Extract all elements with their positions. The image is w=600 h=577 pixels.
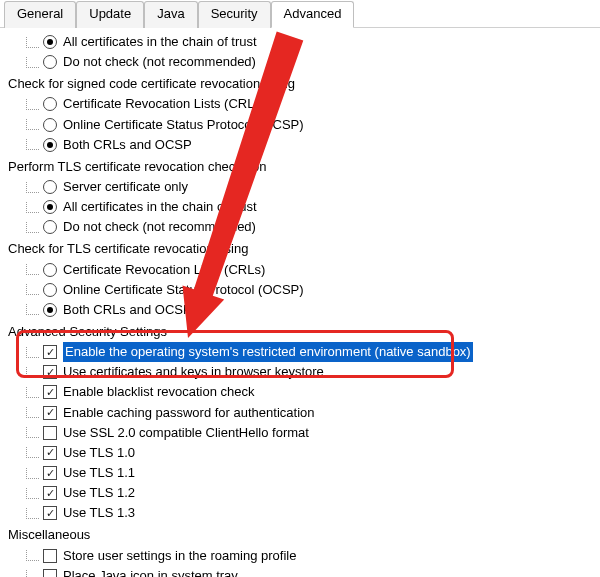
tab-general[interactable]: General (4, 1, 76, 28)
radio-option[interactable]: Certificate Revocation Lists (CRLs) (26, 260, 592, 280)
option-label: Enable caching password for authenticati… (63, 403, 315, 423)
radio-icon[interactable] (43, 283, 57, 297)
option-label: Enable the operating system's restricted… (63, 342, 473, 362)
checkbox-option[interactable]: Use TLS 1.2 (26, 483, 592, 503)
option-label: Place Java icon in system tray (63, 566, 238, 577)
radio-option[interactable]: Do not check (not recommended) (26, 217, 592, 237)
option-label: Use SSL 2.0 compatible ClientHello forma… (63, 423, 309, 443)
tab-advanced[interactable]: Advanced (271, 1, 355, 28)
tab-update[interactable]: Update (76, 1, 144, 28)
radio-icon[interactable] (43, 55, 57, 69)
advanced-settings-tree: All certificates in the chain of trustDo… (0, 28, 600, 577)
checkbox-option[interactable]: Use TLS 1.0 (26, 443, 592, 463)
radio-icon[interactable] (43, 138, 57, 152)
group-label: Advanced Security Settings (8, 322, 592, 342)
checkbox-icon[interactable] (43, 446, 57, 460)
group-label: Check for TLS certificate revocation usi… (8, 239, 592, 259)
checkbox-option[interactable]: Use TLS 1.1 (26, 463, 592, 483)
checkbox-option[interactable]: Place Java icon in system tray (26, 566, 592, 577)
option-label: Use certificates and keys in browser key… (63, 362, 324, 382)
checkbox-option[interactable]: Use SSL 2.0 compatible ClientHello forma… (26, 423, 592, 443)
radio-option[interactable]: All certificates in the chain of trust (26, 197, 592, 217)
option-label: Use TLS 1.2 (63, 483, 135, 503)
checkbox-option[interactable]: Enable the operating system's restricted… (26, 342, 592, 362)
option-label: Store user settings in the roaming profi… (63, 546, 296, 566)
checkbox-icon[interactable] (43, 549, 57, 563)
radio-icon[interactable] (43, 97, 57, 111)
radio-icon[interactable] (43, 180, 57, 194)
radio-option[interactable]: Both CRLs and OCSP (26, 300, 592, 320)
checkbox-icon[interactable] (43, 345, 57, 359)
tab-bar: GeneralUpdateJavaSecurityAdvanced (0, 0, 600, 28)
radio-option[interactable]: Server certificate only (26, 177, 592, 197)
option-label: Certificate Revocation Lists (CRLs) (63, 94, 265, 114)
checkbox-option[interactable]: Store user settings in the roaming profi… (26, 546, 592, 566)
group-label: Check for signed code certificate revoca… (8, 74, 592, 94)
checkbox-icon[interactable] (43, 385, 57, 399)
checkbox-option[interactable]: Enable blacklist revocation check (26, 382, 592, 402)
option-label: Both CRLs and OCSP (63, 300, 192, 320)
tab-security[interactable]: Security (198, 1, 271, 28)
group-label: Perform TLS certificate revocation check… (8, 157, 592, 177)
option-label: Enable blacklist revocation check (63, 382, 255, 402)
tab-java[interactable]: Java (144, 1, 197, 28)
option-label: Both CRLs and OCSP (63, 135, 192, 155)
option-label: Server certificate only (63, 177, 188, 197)
radio-option[interactable]: All certificates in the chain of trust (26, 32, 592, 52)
option-label: Use TLS 1.0 (63, 443, 135, 463)
checkbox-option[interactable]: Enable caching password for authenticati… (26, 403, 592, 423)
option-label: Do not check (not recommended) (63, 52, 256, 72)
radio-option[interactable]: Both CRLs and OCSP (26, 135, 592, 155)
checkbox-icon[interactable] (43, 506, 57, 520)
radio-option[interactable]: Online Certificate Status Protocol (OCSP… (26, 280, 592, 300)
radio-option[interactable]: Do not check (not recommended) (26, 52, 592, 72)
option-label: Do not check (not recommended) (63, 217, 256, 237)
checkbox-icon[interactable] (43, 486, 57, 500)
checkbox-icon[interactable] (43, 426, 57, 440)
option-label: All certificates in the chain of trust (63, 32, 257, 52)
checkbox-option[interactable]: Use certificates and keys in browser key… (26, 362, 592, 382)
option-label: Use TLS 1.3 (63, 503, 135, 523)
checkbox-option[interactable]: Use TLS 1.3 (26, 503, 592, 523)
radio-icon[interactable] (43, 200, 57, 214)
radio-icon[interactable] (43, 118, 57, 132)
radio-icon[interactable] (43, 303, 57, 317)
option-label: Online Certificate Status Protocol (OCSP… (63, 115, 304, 135)
checkbox-icon[interactable] (43, 569, 57, 577)
checkbox-icon[interactable] (43, 365, 57, 379)
checkbox-icon[interactable] (43, 466, 57, 480)
radio-icon[interactable] (43, 263, 57, 277)
checkbox-icon[interactable] (43, 406, 57, 420)
option-label: Use TLS 1.1 (63, 463, 135, 483)
group-label: Miscellaneous (8, 525, 592, 545)
radio-option[interactable]: Certificate Revocation Lists (CRLs) (26, 94, 592, 114)
radio-icon[interactable] (43, 35, 57, 49)
option-label: Certificate Revocation Lists (CRLs) (63, 260, 265, 280)
option-label: Online Certificate Status Protocol (OCSP… (63, 280, 304, 300)
radio-icon[interactable] (43, 220, 57, 234)
radio-option[interactable]: Online Certificate Status Protocol (OCSP… (26, 115, 592, 135)
option-label: All certificates in the chain of trust (63, 197, 257, 217)
